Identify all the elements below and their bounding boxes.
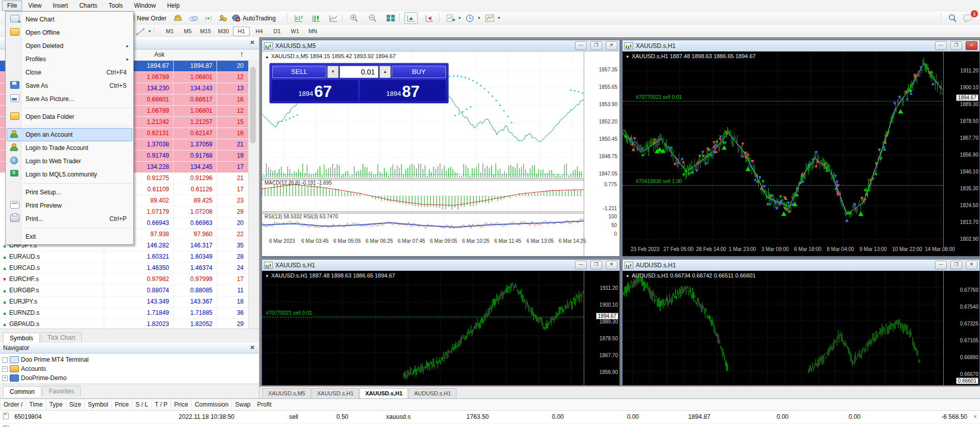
file-menu-item[interactable]: Save As Ctrl+S [7,79,132,92]
close-icon[interactable]: ✕ [249,344,256,351]
h1-chart-plot[interactable] [623,52,943,245]
chart-tab[interactable]: XAUUSD.s,M5 [262,388,311,398]
minimize-button[interactable]: — [935,261,947,269]
tree-item[interactable]: − Accounts [0,364,259,373]
market-watch-row[interactable]: ▲EURGBP.s 0.88074 0.88085 11 [0,285,249,296]
mql5-community-icon[interactable] [217,12,229,24]
file-menu-item[interactable]: Print Setup... [7,186,132,199]
menu-item[interactable]: View [23,1,46,11]
candlestick-icon[interactable] [309,12,323,24]
timeframe-button[interactable]: H4 [251,27,268,36]
chart-shift-icon[interactable] [423,12,436,24]
market-watch-tab[interactable]: Tick Chart [41,332,82,343]
close-button[interactable]: ✕ [966,261,977,269]
templates-icon[interactable]: ▼ [483,12,503,24]
sell-price[interactable]: 189467 [272,80,358,101]
minimize-button[interactable]: — [935,41,947,50]
chart-tab[interactable]: XAUUSD.s,H1 [360,388,408,398]
tree-expand-icon[interactable]: + [2,375,8,381]
terminal-column-header[interactable]: Commission [191,399,231,410]
menu-item[interactable]: Window [129,1,161,11]
timeframe-button[interactable]: D1 [269,27,285,36]
timeframe-button[interactable]: W1 [286,27,303,36]
terminal-column-header[interactable]: Order / [0,399,26,410]
order-row-clipped[interactable]: 70419830 sell 1.00 xauusd.s [0,423,980,427]
chart-window-audusd-h1[interactable]: AUDUSD.s,H1 — ❐ ✕ ▼AUDUSD.s,H1 0.66734 0… [622,259,980,386]
metaeditor-cloud-icon[interactable] [187,12,200,24]
market-watch-row[interactable]: ▲GBPAUD.s 1.82023 1.82052 29 [0,319,249,329]
volume-input[interactable]: 0.01 [340,66,378,78]
file-menu-item[interactable] [23,183,131,184]
file-menu-item[interactable]: Open Deleted ▸ [7,39,132,53]
autotrading-button[interactable]: AutoTrading [230,12,278,24]
volume-up-button[interactable]: ▲ [379,66,391,78]
bar-chart-icon[interactable] [292,12,305,24]
file-menu-item[interactable]: New Chart [7,13,132,26]
h1-small-chart-plot[interactable] [262,271,584,385]
expander-icon[interactable]: ▼ [626,274,630,279]
file-menu-item[interactable]: Login to Trade Account [7,141,132,155]
market-watch-row[interactable]: ▲EURCAD.s 1.46350 1.46374 24 [0,263,249,274]
periods-icon[interactable]: ▼ [464,12,483,24]
signals-icon[interactable] [202,12,214,24]
audusd-chart-plot[interactable] [623,271,943,385]
zoom-in-icon[interactable] [347,12,361,24]
window-titlebar[interactable]: XAUUSD.s,M5 — ❐ ✕ [262,40,619,52]
menu-item[interactable]: Insert [47,1,73,11]
expander-icon[interactable]: ▼ [626,55,630,59]
timeframe-button[interactable]: M30 [215,27,232,36]
close-button[interactable]: ✕ [606,41,617,50]
file-menu-item[interactable]: Open Offline [7,26,132,39]
volume-down-button[interactable]: ▼ [327,66,339,78]
navigator-tab[interactable]: Common [3,386,41,397]
market-watch-scrollbar[interactable] [248,60,257,328]
expander-icon[interactable]: ▲ [265,55,269,59]
sell-button[interactable]: SELL [272,66,326,78]
terminal-column-header[interactable]: S / L [132,399,151,410]
menu-item[interactable]: Charts [74,1,102,11]
chart-window-xauusd-h1-small[interactable]: XAUUSD.s,H1 — ❐ ✕ ▼XAUUSD.s,H1 1887.48 1… [261,259,620,386]
position-line[interactable] [623,101,942,102]
file-menu-item[interactable]: Print... Ctrl+P [7,212,132,225]
terminal-column-header[interactable]: Swap [231,399,253,410]
order-row[interactable]: 65019804 2022.11.18 10:38:50 sell 0.50 x… [0,411,980,423]
close-order-icon[interactable]: × [970,411,980,423]
line-chart-icon[interactable] [327,12,340,24]
chart-tab[interactable]: AUDUSD.s,H1 [409,388,457,398]
file-menu-item[interactable]: Open Data Folder [7,110,132,123]
restore-button[interactable]: ❐ [590,261,602,269]
tree-expand-icon[interactable] [2,357,8,363]
restore-button[interactable]: ❐ [950,261,962,269]
menu-item[interactable]: File [2,1,22,11]
window-titlebar[interactable]: XAUUSD.s,H1 — ❐ ✕ [623,40,979,52]
navigator-tab[interactable]: Favorites [42,386,81,396]
auto-scroll-icon[interactable] [404,12,418,24]
position-line[interactable] [623,185,942,186]
terminal-column-header[interactable]: Time [26,399,45,410]
tree-item[interactable]: Doo Prime MT4 Terminal [0,355,259,364]
tree-item[interactable]: + DooPrime-Demo [0,373,259,383]
gold-bar-icon[interactable] [172,12,185,24]
terminal-column-header[interactable]: Size [66,399,84,410]
market-watch-tab[interactable]: Symbols [3,333,40,343]
file-menu-item[interactable]: Login to Web Trader [7,155,132,168]
menu-item[interactable]: Tools [104,1,128,11]
file-menu-item[interactable]: Save As Picture... [7,92,132,106]
timeframe-button[interactable]: M1 [161,27,178,36]
file-menu-item[interactable]: Profiles ▸ [7,53,132,66]
menu-item[interactable]: Help [162,1,185,11]
zoom-out-icon[interactable] [366,12,379,24]
close-icon[interactable]: ✕ [249,39,256,46]
file-menu-item[interactable]: Open an Account [7,128,132,141]
chart-window-xauusd-h1-main[interactable]: XAUUSD.s,H1 — ❐ ✕ ▼XAUUSD.s,H1 1887.48 1… [622,40,980,257]
file-menu-item[interactable] [23,108,131,108]
search-icon[interactable] [946,12,959,24]
expander-icon[interactable]: ▼ [265,274,269,279]
market-watch-row[interactable]: ▲EURAUD.s 1.60321 1.60349 28 [0,252,249,263]
file-menu-item[interactable] [23,228,131,228]
terminal-column-header[interactable]: Price [111,399,132,410]
terminal-column-header[interactable]: T / P [151,399,171,410]
file-menu-item[interactable]: Close Ctrl+F4 [7,66,132,79]
tree-expand-icon[interactable]: − [2,366,8,372]
terminal-column-header[interactable]: Symbol [84,399,111,410]
